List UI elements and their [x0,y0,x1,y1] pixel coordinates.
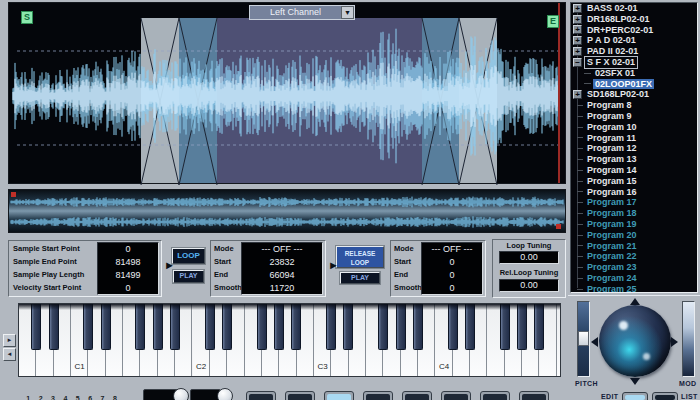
sample-end-line[interactable] [558,3,560,183]
collapse-icon[interactable]: − [573,58,582,67]
tree-item-label[interactable]: Program 10 [585,122,639,133]
tree-item[interactable]: +P A D 02-01 [571,35,697,46]
edit-button[interactable] [622,392,648,400]
tree-item-label[interactable]: Program 24 [585,273,639,284]
black-key[interactable] [222,304,232,350]
tree-item[interactable]: +PAD II 02-01 [571,46,697,57]
key-number[interactable]: 2 [34,395,46,400]
tree-item-label[interactable]: Program 8 [585,100,634,111]
black-key[interactable] [326,304,336,350]
key-number[interactable]: 4 [59,395,71,400]
mod-slider[interactable] [682,301,695,377]
overview-start-marker[interactable] [11,192,16,197]
function-button[interactable] [402,391,432,400]
waveform-overview[interactable] [8,189,566,233]
tree-item-label[interactable]: S F X 02-01 [585,57,637,68]
tree-item-label[interactable]: Program 16 [585,187,639,198]
tree-item[interactable]: +BASS 02-01 [571,3,697,14]
expand-icon[interactable]: + [573,4,582,13]
pitch-slider-handle[interactable] [578,331,589,346]
tree-item-label[interactable]: DR+PERC02-01 [585,25,655,36]
function-button[interactable] [519,391,549,400]
waveform-editor[interactable]: S E Left Channel ▼ [8,2,566,184]
black-key[interactable] [413,304,423,350]
knob-2[interactable] [217,388,233,400]
black-key[interactable] [257,304,267,350]
black-key[interactable] [534,304,544,350]
tree-item[interactable]: Program 15 [571,176,697,187]
function-button[interactable] [246,391,276,400]
ball-down-arrow-icon[interactable] [630,378,640,385]
expand-icon[interactable]: + [573,90,582,99]
knob-1[interactable] [173,388,189,400]
ball-right-arrow-icon[interactable] [671,337,678,347]
loop-params-display[interactable]: --- OFF --- 23832 66094 11720 [241,242,323,295]
function-button[interactable] [324,391,354,400]
function-button[interactable] [441,391,471,400]
tree-item-label[interactable]: SD168LP02-01 [585,89,651,100]
tree-item-label[interactable]: P A D 02-01 [585,35,638,46]
tree-item-label[interactable]: Program 12 [585,143,639,154]
black-key[interactable] [448,304,458,350]
keyboard[interactable]: C1C2C3C4C5 [18,303,561,377]
tree-item-label[interactable]: Program 19 [585,219,639,230]
tree-item[interactable]: Program 8 [571,100,697,111]
expand-icon[interactable]: + [573,47,582,56]
black-key[interactable] [153,304,163,350]
tree-item[interactable]: +DR+PERC02-01 [571,25,697,36]
function-button[interactable] [480,391,510,400]
rel-loop-tuning-display[interactable]: 0.00 [499,279,559,292]
key-number[interactable]: 5 [72,395,84,400]
tree-item[interactable]: Program 9 [571,111,697,122]
black-key[interactable] [135,304,145,350]
black-key[interactable] [465,304,475,350]
tree-item-label[interactable]: 02LOOP01FX [593,79,654,90]
loop-tuning-display[interactable]: 0.00 [499,251,559,264]
tree-item[interactable]: +DR168LP02-01 [571,14,697,25]
loop-button[interactable]: LOOP [172,248,205,264]
key-number[interactable]: 8 [109,395,121,400]
black-key[interactable] [343,304,353,350]
tree-item-label[interactable]: DR168LP02-01 [585,14,652,25]
program-tree[interactable]: +BASS 02-01+DR168LP02-01+DR+PERC02-01+P … [570,2,698,293]
channel-selector[interactable]: Left Channel ▼ [249,5,355,20]
tree-item-label[interactable]: Program 13 [585,154,639,165]
black-key[interactable] [31,304,41,350]
list-button[interactable] [652,392,678,400]
tree-item[interactable]: Program 11 [571,133,697,144]
tree-item-label[interactable]: BASS 02-01 [585,3,640,14]
tree-item-label[interactable]: Program 14 [585,165,639,176]
tree-item[interactable]: Program 25 [571,284,697,293]
chevron-down-icon[interactable]: ▼ [341,6,354,19]
tree-item[interactable]: Program 18 [571,208,697,219]
tree-item-label[interactable]: Program 11 [585,133,638,144]
pitch-slider[interactable] [577,301,590,377]
end-marker-badge[interactable]: E [547,15,559,28]
key-number[interactable]: 3 [47,395,59,400]
tree-item[interactable]: Program 10 [571,122,697,133]
keyboard-scroll-left-button[interactable]: ► [3,334,16,347]
tree-item[interactable]: Program 24 [571,273,697,284]
tree-item[interactable]: 02LOOP01FX [571,79,697,90]
tree-item[interactable]: Program 22 [571,251,697,262]
tree-item-label[interactable]: Program 25 [585,284,639,293]
tree-item[interactable]: Program 23 [571,262,697,273]
tree-item-label[interactable]: Program 17 [585,197,639,208]
tree-item-label[interactable]: Program 9 [585,111,634,122]
release-play-button[interactable]: PLAY [340,272,380,284]
key-number[interactable]: 7 [96,395,108,400]
function-button[interactable] [285,391,315,400]
key-number[interactable]: 1 [22,395,34,400]
tree-item[interactable]: Program 13 [571,154,697,165]
tree-item[interactable]: Program 12 [571,143,697,154]
function-button[interactable] [363,391,393,400]
black-key[interactable] [205,304,215,350]
black-key[interactable] [83,304,93,350]
key-number[interactable]: 6 [84,395,96,400]
black-key[interactable] [500,304,510,350]
tree-item[interactable]: Program 14 [571,165,697,176]
black-key[interactable] [517,304,527,350]
black-key[interactable] [396,304,406,350]
tree-item-label[interactable]: Program 15 [585,176,639,187]
black-key[interactable] [274,304,284,350]
